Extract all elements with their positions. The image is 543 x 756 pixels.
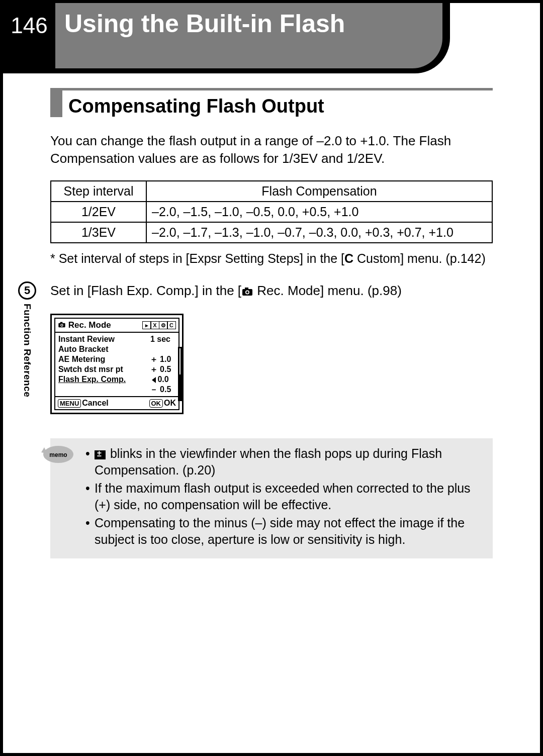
memo-block: memo blinks in the viewfinder when the f…	[50, 438, 493, 558]
page-title: Using the Built-in Flash	[64, 9, 345, 38]
chapter-number: 5	[18, 281, 36, 300]
camera-icon	[241, 284, 253, 300]
svg-rect-5	[60, 322, 63, 324]
lcd-scrollbar	[178, 347, 182, 401]
table-header: Step interval	[51, 181, 146, 202]
svg-point-7	[61, 325, 63, 326]
section-heading: Compensating Flash Output	[50, 88, 493, 117]
memo-icon: memo	[40, 441, 74, 464]
lcd-tab-icon: X	[150, 321, 159, 329]
lcd-tab-icon: ▸	[142, 321, 151, 329]
table-row: 1/3EV –2.0, –1.7, –1.3, –1.0, –0.7, –0.3…	[51, 222, 492, 243]
footnote: * Set interval of steps in [Expsr Settin…	[50, 251, 493, 266]
lcd-selected-row: Flash Exp. Comp.0.0	[58, 374, 175, 385]
custom-c-icon: C	[344, 251, 353, 265]
camera-icon	[58, 320, 66, 330]
memo-item: Compensating to the minus (–) side may n…	[85, 515, 482, 547]
memo-item: If the maximum flash output is exceeded …	[85, 480, 482, 513]
chapter-label: Function Reference	[22, 304, 33, 397]
lcd-tab-icon: ⚙	[159, 321, 168, 329]
table-header: Flash Compensation	[146, 181, 492, 202]
memo-item: blinks in the viewfinder when the flash …	[85, 445, 482, 478]
section-title: Compensating Flash Output	[68, 92, 324, 117]
left-arrow-icon	[152, 377, 156, 383]
lcd-screen: Rec. Mode ▸ X ⚙ C Instant Review1 sec Au…	[50, 314, 184, 415]
lcd-tab-icon: C	[167, 321, 176, 329]
svg-text:memo: memo	[49, 451, 67, 458]
lcd-tabs: ▸ X ⚙ C	[143, 321, 176, 329]
exposure-comp-icon	[95, 450, 106, 459]
side-tab: 5 Function Reference	[18, 281, 36, 397]
ok-button-icon: OK	[149, 399, 163, 408]
lcd-title: Rec. Mode	[68, 320, 111, 330]
intro-paragraph: You can change the flash output in a ran…	[50, 132, 493, 167]
svg-rect-1	[245, 288, 248, 290]
page-number: 146	[3, 3, 55, 68]
svg-point-3	[246, 291, 248, 293]
menu-button-icon: MENU	[58, 399, 81, 408]
table-row: 1/2EV –2.0, –1.5, –1.0, –0.5, 0.0, +0.5,…	[51, 202, 492, 222]
set-instruction: Set in [Flash Exp. Comp.] in the [ Rec. …	[50, 283, 493, 300]
compensation-table: Step interval Flash Compensation 1/2EV –…	[50, 180, 493, 243]
